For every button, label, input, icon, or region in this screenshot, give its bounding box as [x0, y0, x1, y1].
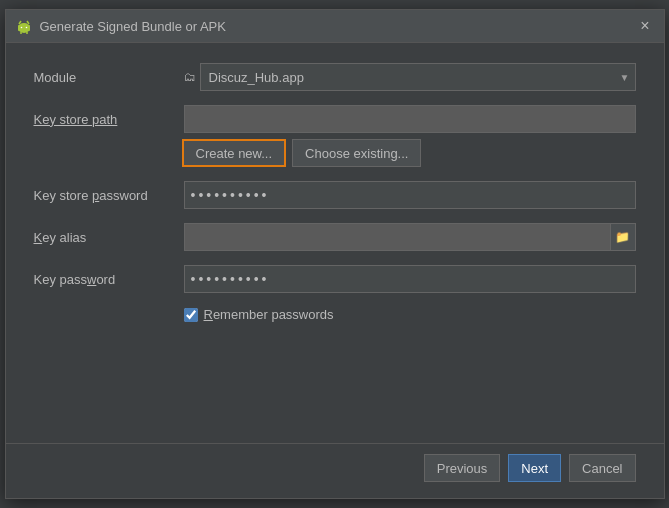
svg-line-3 [27, 21, 29, 24]
remember-passwords-row: Remember passwords [184, 307, 636, 322]
module-label: Module [34, 70, 174, 85]
module-row: Module 🗂 Discuz_Hub.app ▼ [34, 63, 636, 91]
next-button[interactable]: Next [508, 454, 561, 482]
choose-existing-button[interactable]: Choose existing... [292, 139, 421, 167]
module-select-wrapper: 🗂 Discuz_Hub.app ▼ [184, 63, 636, 91]
create-new-button[interactable]: Create new... [182, 139, 287, 167]
module-folder-icon: 🗂 [184, 70, 196, 84]
keystore-password-label: Key store password [34, 188, 174, 203]
key-password-row: Key password [34, 265, 636, 293]
remember-passwords-label: Remember passwords [204, 307, 334, 322]
title-bar: Generate Signed Bundle or APK × [6, 10, 664, 43]
keystore-input-wrapper [184, 105, 636, 133]
previous-button[interactable]: Previous [424, 454, 501, 482]
module-select[interactable]: Discuz_Hub.app [200, 63, 636, 91]
key-password-label: Key password [34, 272, 174, 287]
remember-passwords-checkbox[interactable] [184, 308, 198, 322]
dialog-footer: Previous Next Cancel [6, 443, 664, 498]
folder-icon: 📁 [615, 230, 630, 244]
keystore-password-row: Key store password [34, 181, 636, 209]
keystore-top-row: Key store path [34, 105, 636, 133]
keystore-path-input[interactable] [184, 105, 636, 133]
key-alias-browse-button[interactable]: 📁 [610, 223, 636, 251]
cancel-button[interactable]: Cancel [569, 454, 635, 482]
key-alias-label: Key alias [34, 230, 174, 245]
close-button[interactable]: × [636, 16, 653, 36]
keystore-password-input[interactable] [184, 181, 636, 209]
key-alias-input[interactable] [184, 223, 636, 251]
dialog-content: Module 🗂 Discuz_Hub.app ▼ Key store path [6, 43, 664, 433]
svg-rect-1 [18, 25, 30, 31]
key-alias-row: Key alias 📁 [34, 223, 636, 251]
android-icon [16, 18, 32, 34]
svg-point-4 [20, 27, 22, 29]
keystore-path-label: Key store path [34, 112, 174, 127]
keystore-buttons: Create new... Choose existing... [182, 139, 636, 167]
keystore-path-section: Key store path Create new... Choose exis… [34, 105, 636, 167]
key-alias-wrapper: 📁 [184, 223, 636, 251]
dialog-title: Generate Signed Bundle or APK [40, 19, 629, 34]
key-password-input[interactable] [184, 265, 636, 293]
generate-signed-dialog: Generate Signed Bundle or APK × Module 🗂… [5, 9, 665, 499]
svg-point-5 [25, 27, 27, 29]
svg-line-2 [19, 21, 21, 24]
